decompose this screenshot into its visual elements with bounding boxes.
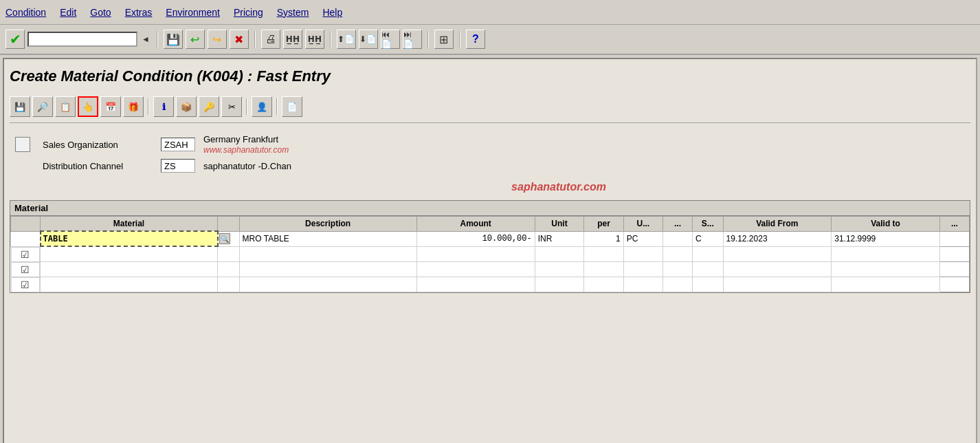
row1-amount-cell: 10.000,00- [416, 231, 535, 246]
table-row: TABLE 🔍 MRO TABLE 10.000,00- INR 1 PC C … [11, 231, 970, 246]
sub-select-button[interactable]: 👆 [78, 96, 98, 117]
row3-more-cell [939, 262, 969, 277]
menu-goto[interactable]: Goto [90, 7, 111, 18]
dist-channel-desc: saphanatutor -D.Chan [203, 161, 291, 171]
sales-org-value: ZSAH [161, 138, 195, 151]
col-description: Description [239, 217, 416, 232]
checkbox-icon: ☑ [21, 249, 30, 260]
sub-save-icon: 💾 [14, 102, 25, 112]
menu-help[interactable]: Help [322, 7, 342, 18]
floppy-icon: 💾 [166, 33, 180, 46]
sub-gift-button[interactable]: 🎁 [123, 96, 144, 117]
row4-more-cell [939, 277, 969, 292]
sub-info-button[interactable]: ℹ [153, 96, 174, 117]
row3-amount-cell [416, 262, 535, 277]
row2-description-cell [239, 246, 416, 262]
row2-scale-cell [693, 246, 723, 262]
dist-channel-row: Distribution Channel ZS saphanatutor -D.… [15, 159, 970, 173]
sub-scissors-button[interactable]: ✂ [221, 96, 242, 117]
row2-valid-from-cell [723, 246, 832, 262]
col-material: Material [41, 217, 218, 232]
col-search [218, 217, 240, 232]
row1-extra-cell [663, 231, 693, 246]
save-toolbar-button[interactable]: 💾 [164, 30, 183, 49]
row4-amount-cell [416, 277, 535, 292]
table-row: ☑ [11, 277, 970, 292]
sub-info-icon: ℹ [162, 102, 166, 112]
sub-search-button[interactable]: 🔎 [32, 96, 53, 117]
sub-doc-button[interactable]: 📄 [282, 96, 302, 117]
sub-save-button[interactable]: 💾 [10, 96, 30, 117]
row1-unit-cell: INR [535, 231, 584, 246]
page-down-button[interactable]: ⬇📄 [359, 30, 378, 49]
material-table: Material Description Amount Unit per U..… [10, 216, 970, 292]
forward-icon: ↪ [212, 33, 221, 46]
table-header-row: Material Description Amount Unit per U..… [11, 217, 970, 232]
checkbox-icon: ☑ [21, 264, 30, 275]
row3-checkbox-cell[interactable]: ☑ [11, 262, 41, 277]
row4-description-cell [239, 277, 416, 292]
menu-extras[interactable]: Extras [125, 7, 153, 18]
command-input[interactable] [27, 32, 137, 47]
sub-person-button[interactable]: 👤 [252, 96, 272, 117]
row3-search-cell [218, 262, 240, 277]
sub-key-icon: 🔑 [203, 102, 214, 112]
row1-material-cell[interactable]: TABLE [41, 231, 218, 246]
row1-checkbox-cell [11, 231, 41, 246]
row1-uom-cell: PC [623, 231, 662, 246]
menu-system[interactable]: System [277, 7, 309, 18]
separator-2 [254, 31, 256, 47]
print-icon: 🖨 [265, 33, 276, 45]
table-row: ☑ [11, 246, 970, 262]
first-page-button[interactable]: ⏮📄 [381, 30, 400, 49]
row3-uom-cell [623, 262, 662, 277]
layout-icon: ⊞ [439, 33, 448, 46]
find2-icon: H̲H̲ [308, 34, 322, 44]
page-title: Create Material Condition (K004) : Fast … [10, 65, 970, 88]
forward-button[interactable]: ↪ [208, 30, 227, 49]
row2-checkbox-cell[interactable]: ☑ [11, 247, 41, 262]
find2-button[interactable]: H̲H̲ [305, 30, 324, 49]
page-up-button[interactable]: ⬆📄 [337, 30, 356, 49]
help-button[interactable]: ? [466, 30, 485, 49]
menu-condition[interactable]: Condition [5, 7, 46, 18]
cancel-button[interactable]: ✖ [230, 30, 249, 49]
row3-per-cell [584, 262, 623, 277]
last-page-button[interactable]: ⏭📄 [403, 30, 422, 49]
row2-material-cell[interactable] [41, 246, 218, 262]
row2-valid-to-cell [832, 246, 940, 262]
toolbar: ✔ ◄ 💾 ↩ ↪ ✖ 🖨 H̲H̲ H̲H̲ ⬆📄 ⬇📄 ⏮📄 ⏭📄 ⊞ ? [0, 25, 980, 55]
arrow-icon: ◄ [142, 34, 150, 44]
sub-select-icon: 👆 [82, 102, 93, 112]
layout-button[interactable]: ⊞ [434, 30, 454, 49]
row1-search-cell[interactable]: 🔍 [218, 231, 240, 246]
row4-material-cell[interactable] [41, 277, 218, 292]
sub-toolbar: 💾 🔎 📋 👆 📅 🎁 ℹ 📦 🔑 [10, 95, 970, 123]
table-section-label: Material [10, 201, 970, 216]
sub-key-button[interactable]: 🔑 [199, 96, 219, 117]
sub-calendar-button[interactable]: 📅 [100, 96, 121, 117]
row1-more-cell [939, 231, 969, 246]
print-button[interactable]: 🖨 [261, 30, 280, 49]
row2-unit-cell [535, 246, 584, 262]
find-button[interactable]: H̲H̲ [283, 30, 302, 49]
row4-unit-cell [535, 277, 584, 292]
row2-more-cell [939, 246, 969, 262]
checkmark-button[interactable]: ✔ [5, 30, 25, 49]
row4-checkbox-cell[interactable]: ☑ [11, 277, 41, 292]
col-amount: Amount [416, 217, 535, 232]
row3-material-cell[interactable] [41, 262, 218, 277]
separator-1 [157, 31, 158, 47]
menu-environment[interactable]: Environment [166, 7, 220, 18]
sub-search-icon: 🔎 [37, 102, 48, 112]
back-button[interactable]: ↩ [186, 30, 205, 49]
row1-description-cell: MRO TABLE [239, 231, 416, 246]
row3-scale-cell [693, 262, 723, 277]
menu-edit[interactable]: Edit [60, 7, 76, 18]
sub-clipboard-button[interactable]: 📋 [55, 96, 76, 117]
menu-pricing[interactable]: Pricing [234, 7, 263, 18]
sub-sep-3 [276, 98, 278, 115]
row3-valid-from-cell [723, 262, 832, 277]
sub-package-button[interactable]: 📦 [176, 96, 197, 117]
sub-sep-2 [246, 98, 247, 115]
